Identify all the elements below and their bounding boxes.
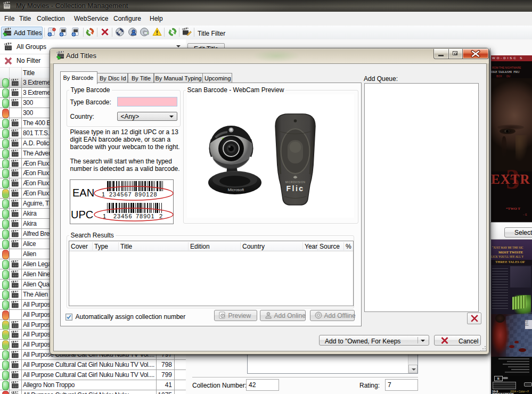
svg-text:EAN: EAN: [72, 187, 94, 199]
svg-text:Flic: Flic: [286, 184, 304, 193]
svg-text:234567: 234567: [109, 191, 132, 198]
svg-text:1: 1: [102, 191, 105, 198]
svg-text:23456: 23456: [113, 213, 133, 219]
svg-text:UPC: UPC: [71, 209, 93, 220]
svg-text:78901: 78901: [136, 213, 155, 219]
svg-text:Microsoft: Microsoft: [228, 187, 244, 192]
svg-text:MICROVISION: MICROVISION: [285, 181, 306, 184]
svg-text:890128: 890128: [135, 191, 158, 198]
svg-text:2: 2: [159, 213, 162, 219]
